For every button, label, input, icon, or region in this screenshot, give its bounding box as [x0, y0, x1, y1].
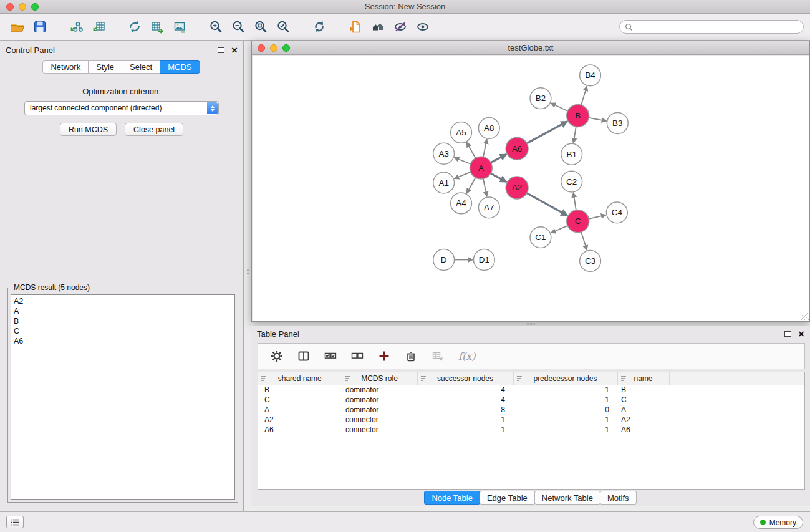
cell[interactable]: A — [617, 405, 669, 415]
graph-node-D1[interactable]: D1 — [473, 249, 494, 271]
zoom-out-button[interactable] — [227, 16, 249, 37]
network-minimize-button[interactable] — [270, 44, 277, 52]
memory-button[interactable]: Memory — [753, 516, 803, 529]
graph-node-A6[interactable]: A6 — [506, 137, 528, 160]
cell[interactable]: 0 — [513, 405, 617, 415]
graph-edge-A-A4[interactable] — [466, 178, 475, 193]
float-table-panel-icon[interactable] — [784, 331, 791, 337]
table-row[interactable]: Bdominator41B — [258, 385, 804, 395]
cell[interactable]: B — [617, 385, 669, 395]
open-document-button[interactable] — [344, 16, 367, 37]
network-zoom-button[interactable] — [282, 44, 290, 52]
node-table[interactable]: shared nameMCDS rolesuccessor nodesprede… — [258, 372, 805, 490]
cell[interactable]: dominator — [342, 385, 417, 395]
add-column-button[interactable] — [378, 349, 390, 364]
table-settings-button[interactable] — [271, 349, 283, 364]
cell[interactable]: 1 — [513, 395, 617, 405]
graph-edge-B-B4[interactable] — [581, 86, 587, 105]
first-neighbors-button[interactable] — [367, 16, 389, 37]
show-graphics-details-button[interactable] — [412, 16, 434, 37]
graph-node-B1[interactable]: B1 — [561, 143, 582, 165]
graph-edge-C-C3[interactable] — [581, 232, 587, 250]
column-header-successor-nodes[interactable]: successor nodes — [417, 372, 513, 385]
graph-edge-C-C2[interactable] — [573, 193, 576, 210]
close-panel-icon[interactable]: × — [231, 45, 238, 56]
close-panel-button[interactable]: Close panel — [125, 123, 183, 136]
import-network-from-file-button[interactable] — [65, 16, 87, 37]
graph-node-A8[interactable]: A8 — [478, 118, 499, 139]
graph-edge-A2-C[interactable] — [527, 193, 567, 216]
graph-edge-A-A8[interactable] — [483, 139, 487, 157]
cell[interactable]: 1 — [513, 385, 617, 395]
open-session-button[interactable] — [6, 16, 29, 37]
cell[interactable]: dominator — [342, 395, 417, 405]
graph-edge-A-A2[interactable] — [491, 173, 506, 182]
cell[interactable]: dominator — [342, 405, 417, 415]
zoom-selected-button[interactable] — [272, 16, 294, 37]
graph-node-A3[interactable]: A3 — [433, 143, 455, 164]
graph-node-B3[interactable]: B3 — [607, 113, 628, 134]
graph-edge-A-A3[interactable] — [454, 158, 470, 164]
cell[interactable]: connector — [342, 415, 417, 425]
window-resize-grip[interactable] — [801, 313, 809, 321]
graph-edge-C-C4[interactable] — [589, 215, 606, 219]
export-image-button[interactable] — [168, 16, 191, 37]
graph-node-C1[interactable]: C1 — [530, 227, 551, 248]
export-network-button[interactable] — [123, 16, 146, 37]
tab-node-table[interactable]: Node Table — [424, 491, 480, 505]
graph-node-A2[interactable]: A2 — [506, 177, 528, 199]
vertical-splitter-handle[interactable] — [246, 267, 249, 277]
horizontal-splitter-handle[interactable] — [526, 322, 536, 325]
graph-node-A4[interactable]: A4 — [451, 193, 472, 214]
network-close-button[interactable] — [258, 44, 265, 52]
task-history-button[interactable] — [6, 516, 24, 528]
result-item[interactable]: C — [11, 326, 234, 336]
result-item[interactable]: B — [11, 316, 234, 326]
graph-edge-A-A7[interactable] — [483, 179, 487, 197]
graph-node-B2[interactable]: B2 — [530, 88, 551, 109]
tab-style[interactable]: Style — [88, 60, 122, 74]
graph-edge-A6-B[interactable] — [527, 122, 567, 143]
zoom-fit-button[interactable] — [249, 16, 272, 37]
graph-edge-A-A5[interactable] — [466, 142, 475, 158]
refresh-button[interactable] — [308, 16, 330, 37]
graph-edge-B-B3[interactable] — [589, 118, 606, 121]
table-row[interactable]: Cdominator41C — [258, 395, 804, 405]
graph-node-A5[interactable]: A5 — [451, 122, 472, 143]
column-header-name[interactable]: name — [617, 372, 669, 385]
mcds-result-list[interactable]: A2ABCA6 — [11, 294, 235, 500]
delete-button[interactable] — [405, 349, 417, 364]
export-table-button[interactable] — [146, 16, 168, 37]
graph-node-B4[interactable]: B4 — [580, 65, 601, 86]
graph-node-C2[interactable]: C2 — [561, 171, 582, 192]
function-builder-button[interactable]: f(x) — [458, 351, 475, 362]
table-row[interactable]: Adominator80A — [258, 405, 804, 415]
unselect-all-button[interactable] — [351, 349, 364, 364]
run-mcds-button[interactable]: Run MCDS — [60, 123, 117, 136]
tab-network[interactable]: Network — [42, 60, 89, 74]
result-item[interactable]: A2 — [11, 296, 234, 306]
column-header-shared-name[interactable]: shared name — [258, 372, 342, 385]
network-graph-svg[interactable]: B4B2BB3A5A8A6A3B1AA1C2A2A4A7C4CC1C3DD1 — [253, 56, 809, 321]
tab-edge-table[interactable]: Edge Table — [480, 491, 535, 505]
cell[interactable]: A6 — [258, 425, 342, 435]
tab-select[interactable]: Select — [122, 60, 160, 74]
graph-edge-A-A1[interactable] — [454, 172, 470, 179]
tab-mcds[interactable]: MCDS — [160, 60, 200, 74]
cell[interactable]: 1 — [417, 425, 513, 435]
search-field[interactable] — [619, 20, 804, 34]
table-row[interactable]: A2connector11A2 — [258, 415, 804, 425]
cell[interactable]: A2 — [258, 415, 342, 425]
graph-node-D[interactable]: D — [433, 249, 455, 271]
graph-edge-B-B2[interactable] — [551, 103, 567, 111]
cell[interactable]: C — [258, 395, 342, 405]
graph-edge-B-B1[interactable] — [574, 127, 576, 143]
column-header-MCDS-role[interactable]: MCDS role — [342, 372, 417, 385]
cell[interactable]: B — [258, 385, 342, 395]
cell[interactable]: A — [258, 405, 342, 415]
cell[interactable]: 4 — [417, 385, 513, 395]
graph-node-C[interactable]: C — [567, 210, 589, 233]
graph-node-A7[interactable]: A7 — [478, 197, 499, 218]
graph-node-A1[interactable]: A1 — [433, 172, 455, 193]
save-session-button[interactable] — [29, 16, 51, 37]
